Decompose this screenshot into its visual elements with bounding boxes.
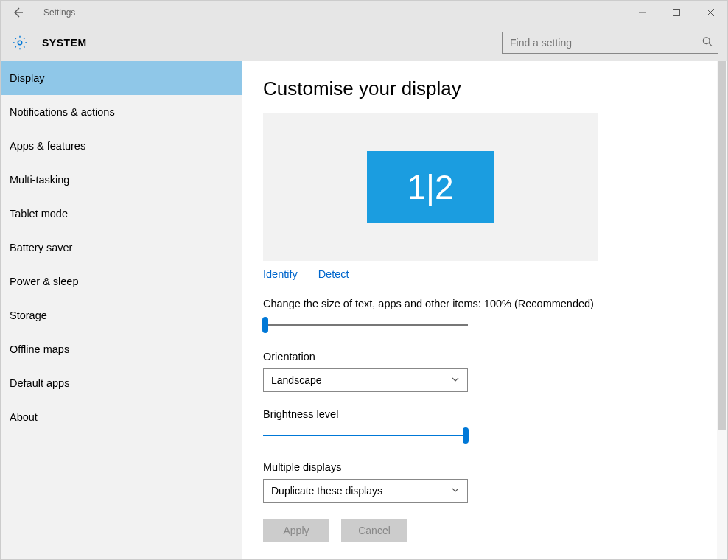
identify-link[interactable]: Identify bbox=[263, 268, 298, 280]
sidebar-item-label: Offline maps bbox=[10, 343, 69, 355]
sidebar-item-multitasking[interactable]: Multi-tasking bbox=[1, 163, 242, 197]
sidebar-item-battery-saver[interactable]: Battery saver bbox=[1, 231, 242, 265]
sidebar-item-power-sleep[interactable]: Power & sleep bbox=[1, 265, 242, 298]
page-heading: Customise your display bbox=[263, 77, 727, 100]
sidebar-item-offline-maps[interactable]: Offline maps bbox=[1, 332, 242, 366]
monitor-label: 1|2 bbox=[407, 167, 453, 207]
multiple-displays-label: Multiple displays bbox=[263, 461, 727, 473]
sidebar-item-label: Power & sleep bbox=[10, 276, 79, 287]
svg-point-1 bbox=[18, 41, 22, 45]
sidebar-item-label: About bbox=[10, 411, 38, 423]
gear-icon bbox=[10, 32, 30, 53]
sidebar-item-label: Default apps bbox=[10, 377, 69, 389]
sidebar-item-apps-features[interactable]: Apps & features bbox=[1, 129, 242, 163]
maximize-button[interactable] bbox=[659, 1, 693, 24]
multiple-displays-dropdown[interactable]: Duplicate these displays bbox=[263, 479, 468, 503]
multiple-displays-value: Duplicate these displays bbox=[271, 485, 382, 497]
sidebar-item-label: Multi-tasking bbox=[10, 174, 69, 186]
scale-label: Change the size of text, apps and other … bbox=[263, 298, 727, 309]
sidebar-item-display[interactable]: Display bbox=[1, 61, 242, 95]
svg-rect-0 bbox=[673, 10, 680, 16]
cancel-button[interactable]: Cancel bbox=[341, 519, 407, 542]
titlebar: Settings bbox=[1, 1, 727, 24]
scale-slider[interactable] bbox=[263, 315, 468, 335]
link-row: Identify Detect bbox=[263, 268, 727, 280]
orientation-label: Orientation bbox=[263, 351, 727, 363]
display-preview[interactable]: 1|2 bbox=[263, 113, 598, 261]
sidebar-item-label: Apps & features bbox=[10, 140, 85, 152]
sidebar: Display Notifications & actions Apps & f… bbox=[1, 61, 242, 560]
scrollbar[interactable] bbox=[717, 61, 727, 560]
chevron-down-icon bbox=[451, 374, 460, 386]
sidebar-item-notifications[interactable]: Notifications & actions bbox=[1, 95, 242, 129]
sidebar-item-about[interactable]: About bbox=[1, 400, 242, 434]
main-panel: Customise your display 1|2 Identify Dete… bbox=[242, 61, 727, 560]
sidebar-item-default-apps[interactable]: Default apps bbox=[1, 366, 242, 400]
close-button[interactable] bbox=[693, 1, 727, 24]
window-title: Settings bbox=[43, 7, 75, 18]
apply-button[interactable]: Apply bbox=[263, 519, 329, 542]
sidebar-item-label: Battery saver bbox=[10, 242, 72, 253]
sidebar-item-label: Storage bbox=[10, 309, 47, 321]
sidebar-item-label: Display bbox=[10, 72, 45, 84]
page-category-label: SYSTEM bbox=[42, 37, 87, 49]
back-button[interactable] bbox=[7, 1, 29, 24]
brightness-label: Brightness level bbox=[263, 408, 727, 420]
chevron-down-icon bbox=[451, 485, 460, 497]
scrollbar-thumb[interactable] bbox=[718, 61, 726, 430]
search-icon bbox=[702, 37, 713, 49]
search-wrap bbox=[502, 32, 718, 54]
sidebar-item-label: Notifications & actions bbox=[10, 106, 115, 118]
svg-point-2 bbox=[703, 38, 710, 44]
sidebar-item-storage[interactable]: Storage bbox=[1, 298, 242, 332]
search-input[interactable] bbox=[502, 32, 718, 54]
brightness-slider[interactable] bbox=[263, 426, 468, 445]
minimize-button[interactable] bbox=[626, 1, 659, 24]
detect-link[interactable]: Detect bbox=[318, 268, 349, 280]
sidebar-item-tablet-mode[interactable]: Tablet mode bbox=[1, 197, 242, 231]
button-row: Apply Cancel bbox=[263, 519, 727, 542]
monitor-tile[interactable]: 1|2 bbox=[367, 151, 494, 223]
orientation-value: Landscape bbox=[271, 374, 322, 386]
sidebar-item-label: Tablet mode bbox=[10, 208, 68, 220]
orientation-dropdown[interactable]: Landscape bbox=[263, 368, 468, 392]
header-row: SYSTEM bbox=[1, 24, 727, 61]
